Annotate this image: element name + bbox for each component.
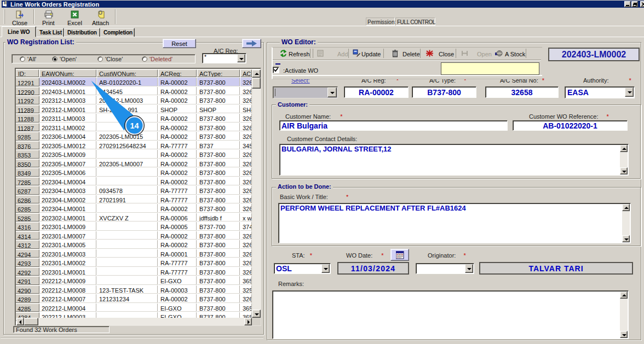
svg-text:14: 14 — [130, 121, 139, 130]
